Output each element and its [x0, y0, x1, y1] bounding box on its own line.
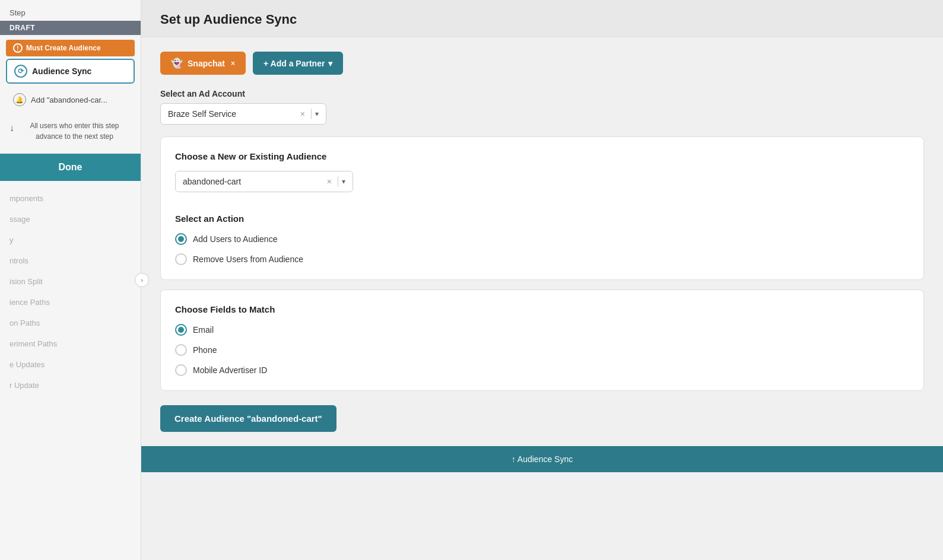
select-divider-2: [338, 176, 338, 187]
add-partner-button[interactable]: + Add a Partner: [253, 52, 343, 75]
create-audience-button[interactable]: Create Audience "abandoned-cart": [160, 405, 336, 432]
audience-card: Choose a New or Existing Audience abando…: [160, 136, 924, 280]
bottom-bar-label: ↑ Audience Sync: [512, 454, 573, 464]
radio-mobile-id[interactable]: [175, 364, 187, 376]
add-item-label: Add "abandoned-car...: [31, 96, 107, 104]
action-section-title: Select an Action: [175, 214, 909, 224]
add-partner-label: + Add a Partner: [263, 59, 325, 68]
field-mobile-id-label: Mobile Advertiser ID: [193, 365, 267, 375]
audience-card-title: Choose a New or Existing Audience: [175, 151, 909, 161]
advance-note-text: All users who enter this step advance to…: [18, 120, 131, 142]
audience-clear-icon[interactable]: ×: [327, 177, 332, 186]
step-label: Step: [0, 0, 141, 21]
sidebar: Step DRAFT ! Must Create Audience ⟳ Audi…: [0, 0, 141, 560]
action-radio-group: Add Users to Audience Remove Users from …: [175, 233, 909, 265]
radio-phone[interactable]: [175, 344, 187, 356]
sidebar-item-update[interactable]: r Update: [0, 375, 141, 396]
audience-sync-item[interactable]: ⟳ Audience Sync: [6, 59, 135, 84]
snapchat-button[interactable]: 👻 Snapchat ×: [160, 52, 246, 75]
audience-sync-label: Audience Sync: [32, 66, 91, 76]
action-remove-label: Remove Users from Audience: [193, 254, 303, 264]
sidebar-item-updates[interactable]: e Updates: [0, 354, 141, 375]
radio-add-users[interactable]: [175, 233, 187, 245]
sidebar-item-y[interactable]: y: [0, 230, 141, 250]
field-email-label: Email: [193, 325, 214, 335]
ad-account-select[interactable]: Braze Self Service × ▾: [160, 103, 326, 125]
select-divider: [311, 109, 312, 119]
draft-bar: DRAFT: [0, 21, 141, 35]
action-option-remove[interactable]: Remove Users from Audience: [175, 253, 909, 265]
action-add-label: Add Users to Audience: [193, 234, 277, 244]
ad-account-clear-icon[interactable]: ×: [300, 109, 305, 119]
radio-email[interactable]: [175, 324, 187, 336]
ad-account-caret-icon[interactable]: ▾: [315, 110, 319, 118]
audience-value: abandoned-cart: [183, 177, 325, 186]
add-item[interactable]: 🔔 Add "abandoned-car...: [6, 88, 135, 111]
page-title: Set up Audience Sync: [160, 12, 924, 27]
field-option-email[interactable]: Email: [175, 324, 909, 336]
sidebar-item-message[interactable]: ssage: [0, 209, 141, 230]
sidebar-item-audience-paths[interactable]: ience Paths: [0, 292, 141, 313]
sidebar-item-decision-split[interactable]: ision Split: [0, 271, 141, 292]
field-phone-label: Phone: [193, 345, 217, 355]
must-create-label: Must Create Audience: [26, 44, 101, 52]
ad-account-value: Braze Self Service: [168, 109, 298, 119]
action-option-add[interactable]: Add Users to Audience: [175, 233, 909, 245]
sidebar-item-on-paths[interactable]: on Paths: [0, 313, 141, 333]
field-option-phone[interactable]: Phone: [175, 344, 909, 356]
ad-account-label: Select an Ad Account: [160, 89, 924, 98]
must-create-banner: ! Must Create Audience: [6, 40, 135, 56]
partner-row: 👻 Snapchat × + Add a Partner: [160, 52, 924, 75]
audience-caret-icon[interactable]: ▾: [342, 177, 345, 186]
snapchat-icon: 👻: [171, 58, 183, 69]
sidebar-item-components[interactable]: mponents: [0, 188, 141, 209]
main-body: 👻 Snapchat × + Add a Partner Select an A…: [141, 37, 943, 446]
fields-section-title: Choose Fields to Match: [175, 304, 909, 314]
alert-icon: !: [13, 43, 23, 53]
fields-radio-group: Email Phone Mobile Advertiser ID: [175, 324, 909, 376]
radio-remove-users[interactable]: [175, 253, 187, 265]
bottom-bar[interactable]: ↑ Audience Sync: [141, 446, 943, 472]
sidebar-nav: mponents ssage y ntrols ision Split ienc…: [0, 181, 141, 560]
advance-note: ↓ All users who enter this step advance …: [6, 120, 135, 142]
snapchat-close-icon[interactable]: ×: [231, 59, 235, 68]
main-content: Set up Audience Sync 👻 Snapchat × + Add …: [141, 0, 943, 560]
sidebar-item-experiment-paths[interactable]: eriment Paths: [0, 333, 141, 354]
chevron-down-icon: [328, 59, 332, 68]
bell-icon: 🔔: [13, 93, 26, 106]
field-option-mobile-id[interactable]: Mobile Advertiser ID: [175, 364, 909, 376]
main-header: Set up Audience Sync: [141, 0, 943, 37]
done-button[interactable]: Done: [0, 154, 141, 181]
audience-select[interactable]: abandoned-cart × ▾: [175, 171, 353, 192]
sidebar-item-controls[interactable]: ntrols: [0, 250, 141, 271]
snapchat-label: Snapchat: [188, 59, 225, 68]
sync-icon: ⟳: [14, 65, 27, 78]
down-arrow-icon: ↓: [9, 121, 14, 135]
fields-card: Choose Fields to Match Email Phone Mobil…: [160, 289, 924, 391]
sidebar-expander[interactable]: ›: [135, 273, 149, 287]
